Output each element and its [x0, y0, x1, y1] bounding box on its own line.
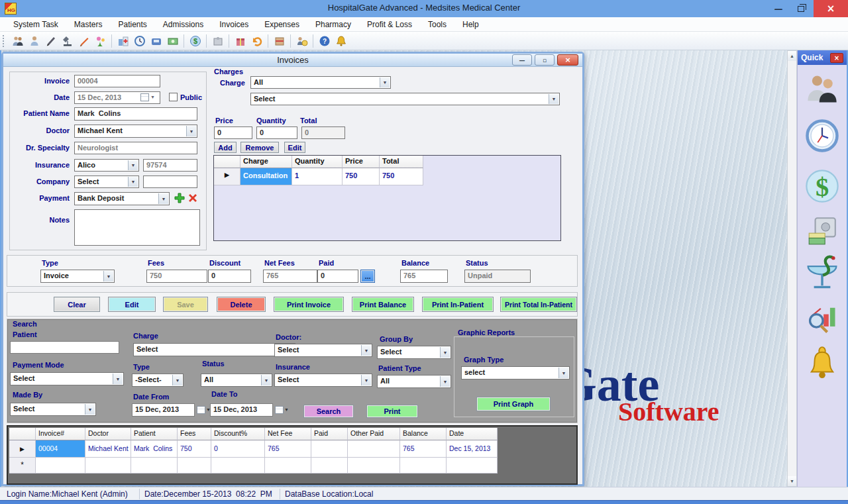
calendar-icon[interactable] [275, 406, 284, 414]
search-status-select[interactable]: All▼ [201, 374, 272, 387]
print-graph-button[interactable]: Print Graph [476, 397, 551, 411]
gift-icon[interactable] [233, 33, 248, 48]
pen-icon[interactable] [76, 33, 91, 48]
quick-close-button[interactable]: × [830, 53, 843, 63]
flowers-icon[interactable] [93, 33, 108, 48]
company-number-field[interactable] [143, 176, 197, 188]
payment-select[interactable]: Bank Deposit▼ [74, 192, 170, 205]
patient-name-field[interactable]: Mark Colins [74, 107, 197, 121]
fees-field[interactable]: 750 [146, 270, 207, 283]
medicine-box-icon[interactable] [210, 33, 225, 48]
search-insurance-select[interactable]: Select▼ [274, 374, 372, 387]
staff-schedule-icon[interactable] [294, 33, 309, 48]
child-minimize-button[interactable]: — [512, 54, 532, 66]
charge-item-select[interactable]: Select▼ [250, 93, 560, 105]
search-patient-input[interactable] [10, 341, 119, 354]
quick-pharmacy-icon[interactable] [804, 254, 840, 290]
quantity-cell[interactable]: 1 [292, 168, 343, 185]
microscope-icon[interactable] [60, 33, 75, 48]
patient-type-select[interactable]: All▼ [377, 375, 451, 388]
results-grid-row[interactable]: ▶ 00004 Michael Kent Mark Colins 750 0 7… [9, 440, 498, 458]
scroll-down-icon[interactable]: ▼ [788, 476, 796, 486]
charge-cell[interactable]: Consultation [240, 168, 292, 185]
paid-field[interactable]: 0 [317, 270, 358, 283]
date-dropdown-icon[interactable]: ▼ [150, 95, 155, 99]
charges-grid-row[interactable]: ▶ Consultation 1 750 750 [214, 168, 560, 185]
cash-note-icon[interactable] [165, 33, 180, 48]
company-select[interactable]: Select▼ [74, 176, 139, 188]
date-to-dropdown-icon[interactable]: ▼ [284, 407, 289, 412]
insurance-select[interactable]: Alico▼ [74, 159, 139, 172]
fees-cell[interactable]: 750 [178, 440, 211, 458]
invoice-cell[interactable]: 00004 [36, 440, 85, 458]
group-by-select[interactable]: Select▼ [377, 346, 451, 359]
net-fees-field[interactable]: 765 [263, 270, 317, 283]
date-to-field[interactable]: 15 Dec, 2013 [210, 403, 273, 417]
paid-details-button[interactable]: ... [360, 270, 375, 283]
menu-tools[interactable]: Tools [421, 18, 453, 31]
menu-invoices[interactable]: Invoices [213, 18, 255, 31]
search-type-select[interactable]: -Select-▼ [132, 374, 184, 387]
payment-mode-select[interactable]: Select▼ [10, 372, 124, 385]
menu-patients[interactable]: Patients [112, 18, 154, 31]
menu-system-task[interactable]: System Task [7, 18, 65, 31]
save-button[interactable]: Save [163, 297, 208, 312]
otherpaid-cell[interactable] [348, 440, 400, 458]
clear-button[interactable]: Clear [54, 297, 100, 312]
quick-patients-icon[interactable] [804, 72, 840, 107]
undo-arrow-icon[interactable] [249, 33, 264, 48]
quick-billing-icon[interactable]: $ [804, 168, 840, 204]
remove-charge-button[interactable]: Remove [240, 142, 279, 153]
quick-report-search-icon[interactable] [804, 301, 840, 336]
print-button[interactable]: Print [366, 405, 418, 418]
charges-grid[interactable]: Charge Quantity Price Total ▶ Consultati… [213, 155, 561, 241]
search-button[interactable]: Search [303, 405, 354, 418]
vertical-scrollbar[interactable]: ▲ ▼ [787, 50, 797, 487]
print-balance-button[interactable]: Print Balance [352, 297, 414, 312]
edit-charge-button[interactable]: Edit [284, 142, 305, 153]
remove-payment-icon[interactable] [187, 193, 198, 206]
menu-pharmacy[interactable]: Pharmacy [309, 18, 358, 31]
menu-expenses[interactable]: Expenses [258, 18, 306, 31]
clock-icon[interactable] [132, 33, 147, 48]
calendar-icon[interactable] [140, 93, 149, 101]
patients-group-icon[interactable] [10, 33, 25, 48]
graph-type-select[interactable]: select▼ [461, 366, 570, 379]
discount-cell[interactable]: 0 [211, 440, 265, 458]
total-cell[interactable]: 750 [380, 168, 423, 185]
made-by-select[interactable]: Select▼ [10, 403, 96, 416]
menu-help[interactable]: Help [456, 18, 486, 31]
insurance-number-field[interactable]: 97574 [143, 159, 197, 172]
results-grid[interactable]: Invoice# Doctor Patient Fees Discount% N… [9, 428, 498, 475]
doctor-hospital-icon[interactable] [115, 33, 131, 48]
invoices-window-titlebar[interactable]: Invoices — ▫ × [3, 54, 582, 67]
quick-clock-icon[interactable] [804, 118, 840, 154]
menu-masters[interactable]: Masters [68, 18, 109, 31]
discount-field[interactable]: 0 [208, 270, 251, 283]
date-from-field[interactable]: 15 Dec, 2013 [132, 403, 195, 417]
help-icon[interactable]: ? [317, 33, 332, 48]
paid-cell[interactable] [311, 440, 348, 458]
public-checkbox[interactable] [169, 93, 178, 101]
notes-textarea[interactable] [74, 209, 200, 246]
patient-cell[interactable]: Mark Colins [131, 440, 178, 458]
print-invoice-button[interactable]: Print Invoice [274, 297, 344, 312]
balance-field[interactable]: 765 [400, 270, 448, 283]
close-button[interactable]: × [814, 0, 848, 17]
dollar-coin-icon[interactable]: $ [187, 33, 203, 48]
child-restore-button[interactable]: ▫ [535, 54, 555, 66]
signature-pen-icon[interactable] [43, 33, 58, 48]
search-doctor-select[interactable]: Select▼ [274, 344, 372, 357]
invoice-number-field[interactable]: 00004 [74, 75, 160, 87]
delete-button[interactable]: Delete [217, 297, 266, 312]
child-close-button[interactable]: × [557, 54, 578, 66]
price-field[interactable]: 0 [214, 126, 252, 139]
results-grid-new-row[interactable]: * [9, 458, 498, 474]
fax-icon[interactable] [148, 33, 164, 48]
dr-specialty-field[interactable]: Neurologist [74, 142, 197, 154]
add-charge-button[interactable]: Add [214, 142, 237, 153]
quantity-field[interactable]: 0 [256, 126, 297, 139]
menu-admissions[interactable]: Admissions [156, 18, 210, 31]
scroll-up-icon[interactable]: ▲ [788, 51, 796, 61]
menu-profit-loss[interactable]: Profit & Loss [360, 18, 419, 31]
